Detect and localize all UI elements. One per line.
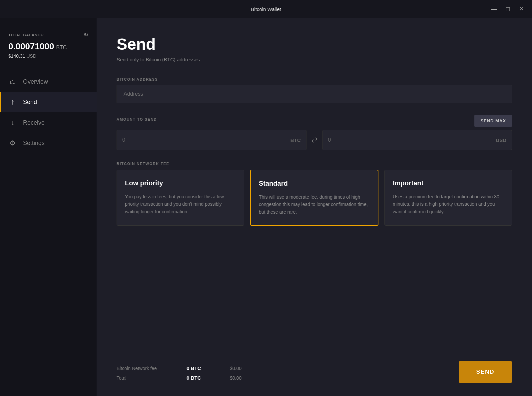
amount-label: AMOUNT TO SEND xyxy=(117,117,157,121)
page-subtitle: Send only to Bitcoin (BTC) addresses. xyxy=(117,57,512,62)
network-fee-btc: 0 BTC xyxy=(187,365,220,371)
sidebar: TOTAL BALANCE: ↻ 0.00071000BTC $140.31 U… xyxy=(0,18,97,396)
address-input[interactable] xyxy=(117,85,512,103)
sidebar-item-overview[interactable]: 🗂 Overview xyxy=(0,72,97,92)
usd-amount-input[interactable] xyxy=(328,137,496,143)
network-fee-usd: $0.00 xyxy=(230,366,242,371)
settings-icon: ⚙ xyxy=(8,139,17,147)
fee-cards: Low priority You pay less in fees, but y… xyxy=(117,170,512,226)
nav-items: 🗂 Overview ↑ Send ↓ Receive ⚙ Settings xyxy=(0,72,97,153)
fee-card-important-title: Important xyxy=(393,179,504,187)
send-button[interactable]: SEND xyxy=(459,361,512,383)
app-title: Bitcoin Wallet xyxy=(251,6,281,12)
sidebar-item-label: Settings xyxy=(23,140,45,147)
btc-amount-input[interactable] xyxy=(122,137,290,143)
fee-card-standard-desc: This will use a moderate fee, during tim… xyxy=(259,193,370,216)
balance-section: TOTAL BALANCE: ↻ 0.00071000BTC $140.31 U… xyxy=(0,28,97,69)
network-fee-row: Bitcoin Network fee 0 BTC $0.00 xyxy=(117,363,459,373)
fee-label: BITCOIN NETWORK FEE xyxy=(117,162,512,166)
sidebar-item-label: Receive xyxy=(23,119,45,126)
address-label: BITCOIN ADDRESS xyxy=(117,77,512,81)
fee-card-important[interactable]: Important Uses a premium fee to target c… xyxy=(384,170,512,226)
usd-amount-field: USD xyxy=(322,130,512,150)
fee-card-low-desc: You pay less in fees, but you consider t… xyxy=(125,193,236,215)
balance-btc: 0.00071000BTC xyxy=(8,41,88,52)
sidebar-item-label: Send xyxy=(23,99,37,106)
minimize-button[interactable]: — xyxy=(489,5,498,13)
amount-section: AMOUNT TO SEND SEND MAX BTC ⇄ USD xyxy=(117,115,512,150)
balance-usd: $140.31 USD xyxy=(8,53,88,59)
sidebar-item-label: Overview xyxy=(23,78,48,85)
swap-icon[interactable]: ⇄ xyxy=(311,136,317,144)
fee-card-important-desc: Uses a premium fee to target confirmatio… xyxy=(393,193,504,215)
balance-label: TOTAL BALANCE: ↻ xyxy=(8,32,88,38)
fee-card-low-title: Low priority xyxy=(125,179,236,187)
total-usd: $0.00 xyxy=(230,375,242,381)
total-btc: 0 BTC xyxy=(187,375,220,381)
maximize-button[interactable]: □ xyxy=(505,5,511,13)
btc-unit: BTC xyxy=(290,137,301,143)
send-max-button[interactable]: SEND MAX xyxy=(474,115,512,127)
network-fee-label: Bitcoin Network fee xyxy=(117,366,177,371)
refresh-icon[interactable]: ↻ xyxy=(84,32,88,38)
window-controls: — □ ✕ xyxy=(489,5,525,13)
close-button[interactable]: ✕ xyxy=(518,5,525,13)
sidebar-item-receive[interactable]: ↓ Receive xyxy=(0,112,97,133)
sidebar-item-send[interactable]: ↑ Send xyxy=(0,92,97,112)
total-row: Total 0 BTC $0.00 xyxy=(117,373,459,383)
total-label: Total xyxy=(117,375,177,381)
main-content: Send Send only to Bitcoin (BTC) addresse… xyxy=(97,18,532,396)
summary-section: Bitcoin Network fee 0 BTC $0.00 Total 0 … xyxy=(117,355,512,383)
usd-unit: USD xyxy=(496,137,506,143)
summary-rows: Bitcoin Network fee 0 BTC $0.00 Total 0 … xyxy=(117,363,459,383)
sidebar-item-settings[interactable]: ⚙ Settings xyxy=(0,133,97,153)
overview-icon: 🗂 xyxy=(8,78,17,86)
btc-amount-field: BTC xyxy=(117,130,306,150)
page-title: Send xyxy=(117,35,512,53)
fee-card-standard[interactable]: Standard This will use a moderate fee, d… xyxy=(250,170,378,226)
send-icon: ↑ xyxy=(8,98,17,106)
amount-header: AMOUNT TO SEND SEND MAX xyxy=(117,115,512,127)
fee-section: BITCOIN NETWORK FEE Low priority You pay… xyxy=(117,162,512,226)
fee-card-low[interactable]: Low priority You pay less in fees, but y… xyxy=(117,170,244,226)
fee-card-standard-title: Standard xyxy=(259,180,370,187)
amount-row: BTC ⇄ USD xyxy=(117,130,512,150)
receive-icon: ↓ xyxy=(8,118,17,127)
titlebar: Bitcoin Wallet — □ ✕ xyxy=(0,0,532,18)
main-layout: TOTAL BALANCE: ↻ 0.00071000BTC $140.31 U… xyxy=(0,18,532,396)
